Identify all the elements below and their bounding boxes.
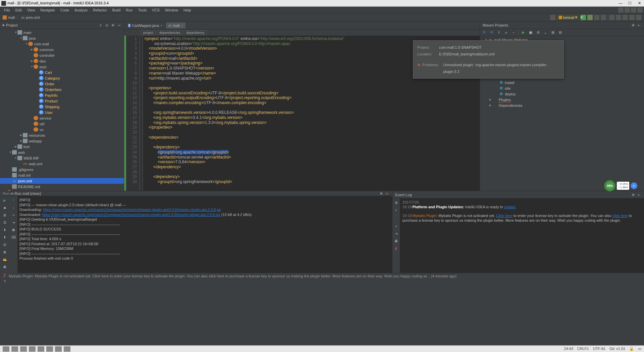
tree-item-pojo[interactable]: ▼pojo bbox=[0, 64, 124, 70]
crumb-file[interactable]: pom.xml bbox=[26, 15, 40, 19]
menu-tools[interactable]: Tools bbox=[135, 7, 149, 13]
taskbar-icon[interactable] bbox=[38, 346, 44, 352]
run-hide-btn[interactable]: ⇤ bbox=[385, 191, 389, 196]
run-scrollto-btn[interactable]: ⇥ bbox=[11, 220, 16, 225]
notification-bar[interactable]: ⚠ Mybatis Plugin: Mybatis Plugin is not … bbox=[0, 273, 644, 279]
project-arrow-icon[interactable]: ▶ bbox=[3, 24, 5, 27]
taskbar-icon[interactable] bbox=[20, 346, 27, 352]
tree-item-main[interactable]: ▼main bbox=[0, 30, 124, 35]
menu-view[interactable]: View bbox=[24, 7, 38, 13]
maven-show-btn[interactable]: ⊞ bbox=[550, 30, 555, 35]
menu-edit[interactable]: Edit bbox=[13, 7, 24, 13]
run-exit-btn[interactable]: ⊠ bbox=[2, 249, 7, 255]
bc-dependency[interactable]: dependency bbox=[184, 30, 207, 35]
run-down-btn[interactable]: ↓ bbox=[11, 205, 16, 210]
coverage-button[interactable] bbox=[594, 15, 599, 20]
taskbar-icon[interactable] bbox=[64, 346, 70, 352]
event-content[interactable]: 2017/7/20 18:18Platform and Plugin Updat… bbox=[400, 199, 644, 273]
tree-item-order[interactable]: Order bbox=[0, 81, 124, 87]
maven-install[interactable]: ✿install bbox=[480, 80, 644, 85]
maven-add-btn[interactable]: + bbox=[503, 30, 509, 35]
project-settings-btn[interactable]: ✱ bbox=[110, 23, 115, 28]
status-sep[interactable]: CRLF‡ bbox=[577, 347, 589, 351]
maven-collapse-btn[interactable]: ⊟ bbox=[557, 30, 563, 35]
run-print2-btn[interactable]: 🖶 bbox=[11, 227, 16, 232]
tree-item-web-inf[interactable]: ▼WEB-INF bbox=[0, 155, 124, 161]
maven-tree[interactable]: Project:com:mall:1.0-SNAPSHOT Location:E… bbox=[480, 36, 644, 191]
maven-settings-btn[interactable]: ✱ bbox=[631, 23, 635, 28]
event-settings-icon[interactable]: ⚙ bbox=[393, 200, 399, 205]
taskbar-icon[interactable] bbox=[46, 346, 53, 352]
maven-deploy[interactable]: ✿deploy bbox=[480, 91, 644, 97]
tree-item-shipping[interactable]: Shipping bbox=[0, 104, 124, 109]
minimize-button[interactable]: — bbox=[617, 1, 624, 5]
update-link[interactable]: update bbox=[504, 205, 516, 209]
tab-mall[interactable]: mmall× bbox=[166, 23, 186, 29]
event-settings-btn[interactable]: ✱ bbox=[631, 192, 635, 197]
tree-item-dao[interactable]: ▶dao bbox=[0, 58, 124, 64]
run-scroll-btn[interactable]: ✍ bbox=[2, 257, 7, 262]
menubar-btn[interactable] bbox=[637, 7, 643, 13]
run-layout-btn[interactable]: ⬆ bbox=[2, 234, 7, 240]
tree-item-common[interactable]: ▶common bbox=[0, 47, 124, 52]
widget-plus-icon[interactable]: + bbox=[631, 182, 637, 189]
taskbar-icon[interactable] bbox=[3, 346, 9, 352]
run-wrap-btn[interactable]: ⊟ bbox=[2, 242, 7, 247]
run-up-btn[interactable]: ↑ bbox=[11, 197, 16, 203]
tree-item-payinfo[interactable]: PayInfo bbox=[0, 92, 124, 98]
maven-offline-btn[interactable]: ⫠ bbox=[543, 30, 548, 35]
vcs-revert-btn[interactable] bbox=[629, 15, 635, 20]
tree-item-resources[interactable]: ▶resources bbox=[0, 132, 124, 138]
project-panel-title[interactable]: Project bbox=[6, 23, 97, 27]
network-widget[interactable]: 26% ↑ 0.1K/s↓ 1.3K/s + bbox=[604, 180, 637, 191]
tree-item-util[interactable]: util bbox=[0, 121, 124, 127]
debug-button[interactable] bbox=[587, 15, 593, 20]
run-clear2-btn[interactable]: ⌫ bbox=[11, 234, 16, 240]
tree-item-service[interactable]: service bbox=[0, 115, 124, 121]
console-output[interactable]: [INFO][INFO] --- maven-clean-plugin:2.5:… bbox=[17, 196, 392, 284]
search-btn[interactable] bbox=[636, 15, 641, 20]
tree-item--gitignore[interactable]: .gitignore bbox=[0, 167, 124, 172]
maven-skip-btn[interactable]: ⊘ bbox=[535, 30, 541, 35]
taskbar-icon[interactable] bbox=[29, 346, 36, 352]
menubar-btn[interactable] bbox=[625, 7, 630, 13]
run-button[interactable]: ▶ bbox=[581, 15, 586, 20]
run-help-btn[interactable]: ? bbox=[2, 279, 7, 284]
menu-code[interactable]: Code bbox=[58, 7, 72, 13]
menu-run[interactable]: Run bbox=[123, 7, 135, 13]
event-mark-btn[interactable]: ✓ bbox=[393, 207, 399, 213]
maven-site[interactable]: ✿site bbox=[480, 85, 644, 91]
run-settings-btn[interactable]: ✱ bbox=[379, 191, 383, 196]
menu-vcs[interactable]: VCS bbox=[149, 7, 162, 13]
status-lock-icon[interactable]: 🔒 bbox=[629, 347, 634, 351]
tree-item-vo[interactable]: vo bbox=[0, 127, 124, 132]
status-enc[interactable]: UTF-8‡ bbox=[593, 347, 605, 351]
menu-navigate[interactable]: Navigate bbox=[38, 7, 57, 13]
project-tree[interactable]: ▼main▼java▼com.mall▶commoncontroller▶dao… bbox=[0, 29, 124, 191]
tree-item-test[interactable]: ▶test bbox=[0, 144, 124, 149]
event-clear-btn[interactable]: 🗑 bbox=[393, 246, 399, 251]
tree-item-product[interactable]: Product bbox=[0, 98, 124, 104]
project-collapse-btn[interactable]: ⊕ bbox=[104, 23, 109, 28]
tree-item-controller[interactable]: controller bbox=[0, 52, 124, 58]
tree-item-mall-iml[interactable]: mall.iml bbox=[0, 172, 124, 178]
tree-item-web-xml[interactable]: </>web.xml bbox=[0, 161, 124, 167]
taskbar-icon[interactable] bbox=[55, 346, 62, 352]
menu-window[interactable]: Window bbox=[162, 7, 181, 13]
tree-item-pom-xml[interactable]: mpom.xml bbox=[0, 178, 124, 184]
tree-item-orderitem[interactable]: OrderItem bbox=[0, 87, 124, 92]
vcs-commit-btn[interactable] bbox=[616, 15, 621, 20]
event-soft-wrap-btn[interactable]: ⤶ bbox=[393, 223, 399, 229]
stop-button[interactable] bbox=[601, 15, 606, 20]
run-close-btn[interactable]: ☰ bbox=[2, 220, 7, 225]
maven-generate-btn[interactable]: ⟲ bbox=[489, 30, 494, 35]
event-hide-btn[interactable]: ⇤ bbox=[637, 192, 641, 197]
maximize-button[interactable]: ☐ bbox=[627, 1, 633, 5]
run-soft-wrap-btn[interactable]: ⤶ bbox=[11, 212, 16, 218]
menubar-btn[interactable] bbox=[631, 7, 636, 13]
crumb-project[interactable]: mall bbox=[8, 15, 15, 19]
status-pos[interactable]: 24:43 bbox=[564, 347, 573, 351]
tree-item-webapp[interactable]: ▶webapp bbox=[0, 138, 124, 144]
bc-dependencies[interactable]: dependencies bbox=[157, 30, 182, 35]
menu-file[interactable]: File bbox=[1, 7, 13, 13]
